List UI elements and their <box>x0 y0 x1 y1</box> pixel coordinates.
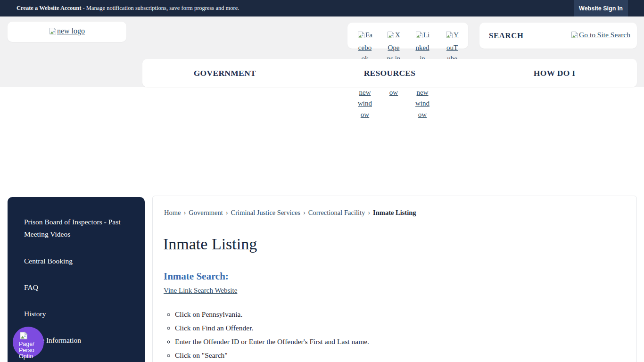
create-account-link[interactable]: Create a Website Account <box>17 5 81 11</box>
youtube-icon <box>446 31 453 42</box>
go-to-site-search-text: Go to Site Search <box>579 31 630 39</box>
account-message: Create a Website Account - Manage notifi… <box>17 0 239 16</box>
nav-item-government[interactable]: GOVERNMENT <box>142 68 307 78</box>
breadcrumb-separator: › <box>183 209 186 216</box>
page-title: Inmate Listing <box>163 235 257 253</box>
account-message-rest: - Manage notification subscriptions, sav… <box>81 5 239 11</box>
breadcrumb-home[interactable]: Home <box>164 209 181 216</box>
sidebar-item-central-booking[interactable]: Central Booking <box>24 255 136 267</box>
page: Create a Website Account - Manage notifi… <box>0 0 644 362</box>
instruction-item: Click on Pennsylvania. <box>175 307 369 321</box>
inmate-search-heading: Inmate Search: <box>164 271 229 282</box>
logo-card: new logo <box>8 22 126 42</box>
breadcrumb: Home›Government›Criminal Justice Service… <box>164 209 416 217</box>
site-logo-link[interactable]: new logo <box>49 27 85 37</box>
breadcrumb-government[interactable]: Government <box>189 209 223 216</box>
breadcrumb-current-page: Inmate Listing <box>373 209 416 216</box>
broken-image-icon <box>49 27 57 37</box>
breadcrumb-correctional-facility[interactable]: Correctional Facility <box>308 209 365 216</box>
top-utility-bar: Create a Website Account - Manage notifi… <box>0 0 644 16</box>
search-label: SEARCH <box>489 31 524 41</box>
search-broken-image-icon <box>571 31 578 41</box>
main-nav: GOVERNMENT RESOURCES HOW DO I <box>142 59 637 87</box>
widget-alt-text: Page/PersoOptio <box>19 341 34 360</box>
logo-alt-text: new logo <box>57 27 85 35</box>
search-card: SEARCH Go to Site Search <box>479 23 637 49</box>
sidebar-item-history[interactable]: History <box>24 308 136 320</box>
x-twitter-icon <box>387 31 395 42</box>
breadcrumb-separator: › <box>303 209 305 216</box>
instruction-item: Click on Find an Offender. <box>175 321 369 335</box>
vine-link-search-website-link[interactable]: Vine Link Search Website <box>164 287 237 295</box>
breadcrumb-separator: › <box>368 209 370 216</box>
nav-item-how-do-i[interactable]: HOW DO I <box>472 68 637 78</box>
facebook-icon <box>357 31 365 42</box>
nav-item-resources[interactable]: RESOURCES <box>307 68 472 78</box>
linkedin-icon <box>415 31 423 42</box>
page-personalization-options-button[interactable]: Page/PersoOptio <box>13 327 44 358</box>
instruction-list: Click on Pennsylvania. Click on Find an … <box>167 307 369 362</box>
go-to-site-search-link[interactable]: Go to Site Search <box>571 31 630 41</box>
sidebar-item-faq[interactable]: FAQ <box>24 281 136 294</box>
sidebar-item-prison-board-videos[interactable]: Prison Board of Inspectors - Past Meetin… <box>24 216 136 240</box>
content-panel: Home›Government›Criminal Justice Service… <box>152 196 637 362</box>
widget-broken-image-icon <box>19 331 28 342</box>
instruction-item: Enter the Offender ID or Enter the Offen… <box>175 335 369 348</box>
instruction-item: Click on "Search" <box>175 348 369 362</box>
breadcrumb-separator: › <box>226 209 228 216</box>
website-sign-in-button[interactable]: Website Sign In <box>574 0 628 16</box>
breadcrumb-criminal-justice-services[interactable]: Criminal Justice Services <box>231 209 300 216</box>
